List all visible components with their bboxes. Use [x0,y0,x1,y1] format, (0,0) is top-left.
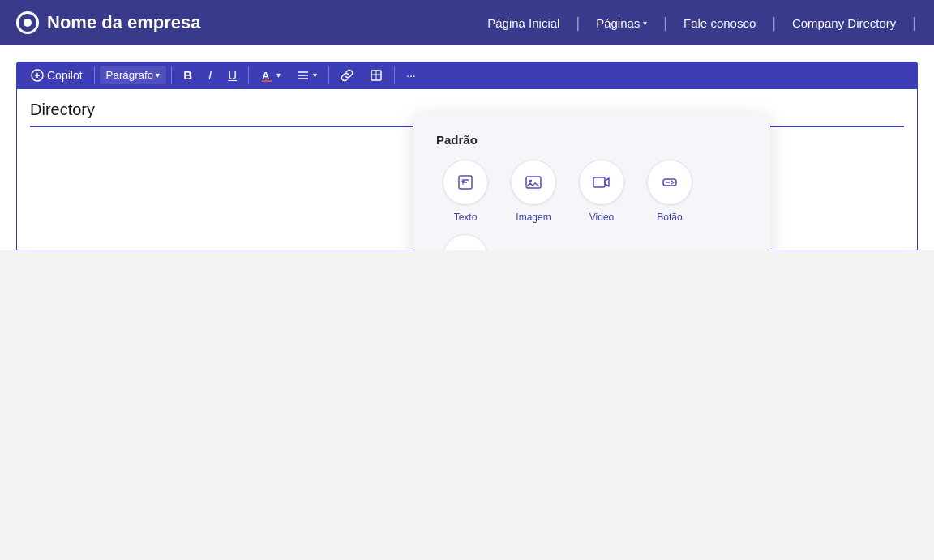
svg-text:T: T [461,180,465,186]
popup-item-imagem-label: Imagem [516,212,551,224]
nav-sep-4: | [910,15,918,32]
nav-sep-2: | [662,15,669,32]
more-icon: ··· [406,69,416,82]
toolbar-div-2 [171,66,172,84]
iframe-icon [456,247,475,250]
popup-item-texto-label: Texto [454,212,478,224]
paginas-chevron-icon: ▾ [643,19,647,28]
popup-overlay: Padrão T [413,113,770,250]
editor-toolbar: Copilot Parágrafo ▾ B I U A ▾ ▾ [16,62,918,88]
popup-item-iframe[interactable]: Iframe [436,234,495,250]
table-button[interactable] [363,66,389,85]
link-button[interactable] [334,66,360,85]
standard-section-title: Padrão [436,133,748,147]
standard-items-row: T Texto [436,160,748,250]
editor-area: Copilot Parágrafo ▾ B I U A ▾ ▾ [0,45,934,250]
editor-content[interactable]: Directory + Padrão [16,88,918,250]
popup-item-botao-icon [647,160,692,205]
popup-item-imagem[interactable]: Imagem [504,160,563,224]
nav-sep-1: | [574,15,581,32]
brand-icon [16,11,39,34]
brand-name: Nome da empresa [47,12,201,33]
popup-item-video-label: Video [589,212,614,224]
main-nav: Nome da empresa Página Inicial | Páginas… [0,0,934,45]
nav-link-paginas-label: Páginas [596,16,640,30]
popup-item-video[interactable]: Video [572,160,631,224]
text-icon: T [456,173,475,192]
popup-item-iframe-icon [443,234,488,250]
nav-link-company-directory[interactable]: Company Directory [778,0,910,45]
table-icon [370,69,383,82]
font-color-button[interactable]: A ▾ [254,66,287,85]
copilot-label: Copilot [47,69,83,82]
font-color-icon: A [260,69,273,82]
align-icon [297,69,310,82]
popup-item-botao[interactable]: Botão [641,160,699,224]
nav-sep-3: | [770,15,778,32]
editor-wrapper: Directory + Padrão [0,88,934,250]
popup-item-imagem-icon [511,160,556,205]
more-button[interactable]: ··· [400,66,422,85]
nav-link-pagina-inicial[interactable]: Página Inicial [473,0,574,45]
toolbar-div-1 [94,66,95,84]
underline-button[interactable]: U [221,65,243,85]
paragraph-chevron-icon: ▾ [156,71,160,79]
nav-link-fale-conosco[interactable]: Fale conosco [669,0,770,45]
nav-link-paginas[interactable]: Páginas ▾ [581,0,662,45]
copilot-icon [31,69,44,82]
popup-item-texto[interactable]: T Texto [436,160,495,224]
svg-rect-2 [262,80,272,82]
copilot-button[interactable]: Copilot [24,66,89,85]
image-icon [524,173,543,192]
font-color-chevron: ▾ [276,71,281,79]
paragraph-dropdown[interactable]: Parágrafo ▾ [100,66,167,84]
bold-button[interactable]: B [177,65,199,85]
svg-rect-15 [593,177,605,187]
align-chevron: ▾ [313,71,317,79]
align-button[interactable]: ▾ [290,66,323,85]
italic-button[interactable]: I [202,65,218,85]
link-icon [341,69,353,82]
button-icon [660,173,679,192]
popup-item-botao-label: Botão [657,212,682,224]
toolbar-div-3 [248,66,249,84]
toolbar-div-4 [328,66,329,84]
popup-item-texto-icon: T [443,160,488,205]
svg-text:A: A [262,70,270,82]
paragraph-label: Parágrafo [106,69,154,81]
video-icon [592,173,611,192]
toolbar-div-5 [394,66,395,84]
nav-links: Página Inicial | Páginas ▾ | Fale conosc… [469,0,918,45]
brand: Nome da empresa [16,11,201,34]
add-block-popup: Padrão T [413,113,770,250]
svg-point-14 [529,180,532,182]
popup-item-video-icon [579,160,624,205]
